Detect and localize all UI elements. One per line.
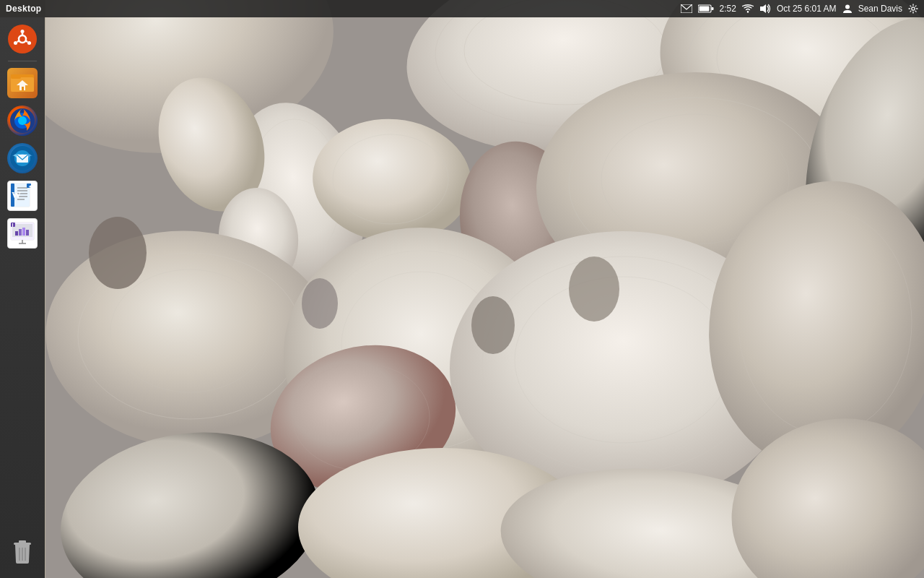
svg-rect-46 (26, 230, 29, 236)
svg-point-6 (845, 5, 850, 9)
svg-point-7 (912, 7, 915, 10)
sidebar-item-trash[interactable] (5, 535, 40, 569)
volume-icon[interactable] (759, 4, 771, 14)
battery-icon (698, 4, 714, 13)
panel-left: Desktop (0, 4, 41, 14)
svg-text:I: I (12, 223, 14, 228)
svg-line-14 (17, 41, 19, 43)
svg-point-92 (89, 217, 147, 289)
sidebar-item-ubuntu[interactable] (5, 22, 40, 56)
sidebar-item-files[interactable] (5, 66, 40, 100)
datetime-text[interactable]: Oct 25 6:01 AM (777, 4, 837, 14)
sidebar-item-impress[interactable]: I (5, 216, 40, 251)
svg-rect-45 (22, 228, 25, 236)
wifi-icon[interactable] (742, 4, 754, 13)
battery-text: 2:52 (720, 4, 736, 14)
svg-rect-44 (19, 229, 22, 236)
sidebar-divider-1 (8, 61, 37, 61)
svg-text:W: W (12, 189, 21, 200)
sidebar-item-firefox[interactable] (5, 103, 40, 138)
svg-rect-21 (22, 87, 24, 90)
wallpaper (45, 0, 924, 578)
desktop: Desktop 2:52 (0, 0, 924, 578)
user-icon[interactable] (842, 4, 853, 14)
username-text[interactable]: Sean Davis (858, 4, 902, 14)
svg-rect-3 (699, 7, 709, 12)
svg-point-11 (14, 41, 17, 45)
panel-right: 2:52 Oct 25 6:01 AM (681, 4, 924, 14)
svg-point-95 (302, 278, 338, 329)
svg-rect-18 (11, 74, 21, 79)
panel-title: Desktop (6, 4, 41, 14)
top-panel: Desktop 2:52 (0, 0, 924, 17)
svg-text:✦: ✦ (28, 184, 32, 189)
svg-line-15 (26, 41, 28, 43)
sidebar-item-thunderbird[interactable] (5, 141, 40, 176)
svg-point-12 (27, 41, 31, 45)
sidebar: W ✦ (0, 17, 45, 578)
svg-point-10 (21, 30, 25, 33)
gear-icon[interactable] (908, 4, 918, 14)
mail-icon[interactable] (681, 4, 692, 13)
svg-point-94 (471, 296, 515, 354)
sidebar-item-writer[interactable]: W ✦ (5, 178, 40, 213)
svg-rect-52 (19, 540, 26, 543)
svg-point-24 (18, 116, 27, 125)
svg-point-93 (569, 256, 619, 322)
svg-rect-2 (711, 7, 713, 10)
svg-rect-43 (15, 231, 18, 236)
svg-marker-5 (760, 4, 766, 13)
svg-point-4 (747, 11, 749, 12)
